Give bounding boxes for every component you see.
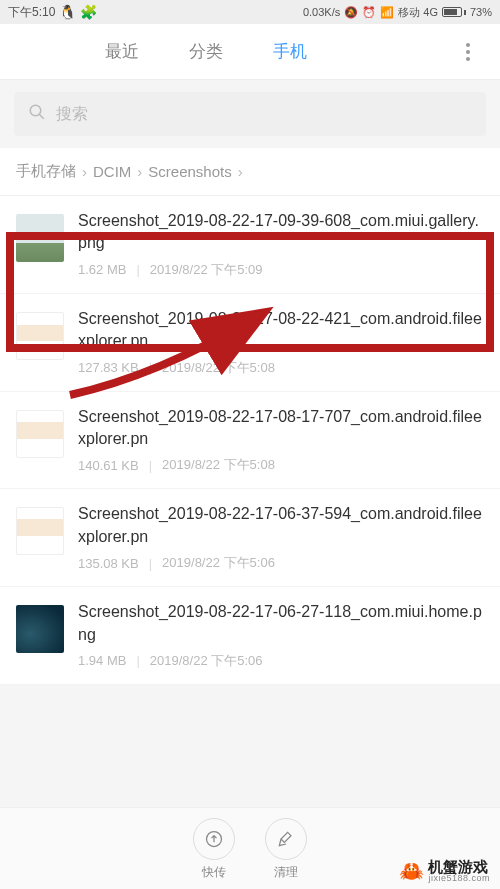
file-thumbnail bbox=[16, 410, 64, 458]
file-date: 2019/8/22 下午5:06 bbox=[162, 554, 275, 572]
tab-recent[interactable]: 最近 bbox=[105, 40, 139, 63]
file-size: 127.83 KB bbox=[78, 360, 139, 375]
app-icon-qq: 🐧 bbox=[59, 4, 76, 20]
tab-bar: 最近 分类 手机 bbox=[0, 24, 500, 80]
file-size: 1.94 MB bbox=[78, 653, 126, 668]
crab-icon: 🦀 bbox=[399, 859, 424, 883]
file-size: 135.08 KB bbox=[78, 556, 139, 571]
file-name: Screenshot_2019-08-22-17-06-37-594_com.a… bbox=[78, 503, 484, 548]
search-input[interactable]: 搜索 bbox=[14, 92, 486, 136]
crumb-screenshots[interactable]: Screenshots bbox=[148, 163, 231, 180]
share-button[interactable]: 快传 bbox=[193, 818, 235, 889]
file-size: 140.61 KB bbox=[78, 458, 139, 473]
file-name: Screenshot_2019-08-22-17-08-22-421_com.a… bbox=[78, 308, 484, 353]
file-name: Screenshot_2019-08-22-17-08-17-707_com.a… bbox=[78, 406, 484, 451]
alarm-icon: ⏰ bbox=[362, 6, 376, 19]
file-date: 2019/8/22 下午5:09 bbox=[150, 261, 263, 279]
crumb-root[interactable]: 手机存储 bbox=[16, 162, 76, 181]
net-speed: 0.03K/s bbox=[303, 6, 340, 18]
more-menu-icon[interactable] bbox=[456, 33, 480, 71]
file-meta: 135.08 KB|2019/8/22 下午5:06 bbox=[78, 554, 484, 572]
file-date: 2019/8/22 下午5:06 bbox=[150, 652, 263, 670]
watermark-name: 机蟹游戏 bbox=[428, 859, 490, 874]
meta-separator: | bbox=[149, 556, 152, 571]
svg-point-0 bbox=[30, 105, 41, 116]
file-info: Screenshot_2019-08-22-17-09-39-608_com.m… bbox=[78, 210, 484, 279]
file-name: Screenshot_2019-08-22-17-06-27-118_com.m… bbox=[78, 601, 484, 646]
svg-line-1 bbox=[39, 114, 44, 119]
watermark-url: jixie5188.com bbox=[428, 874, 490, 883]
broom-icon bbox=[265, 818, 307, 860]
file-meta: 127.83 KB|2019/8/22 下午5:08 bbox=[78, 359, 484, 377]
file-date: 2019/8/22 下午5:08 bbox=[162, 456, 275, 474]
file-thumbnail bbox=[16, 507, 64, 555]
status-bar: 下午5:10 🐧 🧩 0.03K/s 🔕 ⏰ 📶 移动 4G 73% bbox=[0, 0, 500, 24]
file-item[interactable]: Screenshot_2019-08-22-17-06-37-594_com.a… bbox=[0, 489, 500, 587]
search-icon bbox=[28, 103, 46, 125]
file-meta: 1.62 MB|2019/8/22 下午5:09 bbox=[78, 261, 484, 279]
file-list: Screenshot_2019-08-22-17-09-39-608_com.m… bbox=[0, 196, 500, 685]
clean-button[interactable]: 清理 bbox=[265, 818, 307, 889]
chevron-right-icon: › bbox=[137, 163, 142, 180]
file-size: 1.62 MB bbox=[78, 262, 126, 277]
file-thumbnail bbox=[16, 605, 64, 653]
chevron-right-icon: › bbox=[82, 163, 87, 180]
meta-separator: | bbox=[149, 458, 152, 473]
share-label: 快传 bbox=[202, 864, 226, 881]
app-icon-other: 🧩 bbox=[80, 4, 97, 20]
file-item[interactable]: Screenshot_2019-08-22-17-09-39-608_com.m… bbox=[0, 196, 500, 294]
file-date: 2019/8/22 下午5:08 bbox=[162, 359, 275, 377]
share-icon bbox=[193, 818, 235, 860]
search-placeholder: 搜索 bbox=[56, 104, 88, 125]
tab-category[interactable]: 分类 bbox=[189, 40, 223, 63]
file-item[interactable]: Screenshot_2019-08-22-17-08-22-421_com.a… bbox=[0, 294, 500, 392]
watermark: 🦀 机蟹游戏 jixie5188.com bbox=[399, 859, 490, 883]
file-item[interactable]: Screenshot_2019-08-22-17-06-27-118_com.m… bbox=[0, 587, 500, 685]
file-info: Screenshot_2019-08-22-17-06-37-594_com.a… bbox=[78, 503, 484, 572]
file-info: Screenshot_2019-08-22-17-08-17-707_com.a… bbox=[78, 406, 484, 475]
battery-pct: 73% bbox=[470, 6, 492, 18]
signal-icon: 📶 bbox=[380, 6, 394, 19]
clean-label: 清理 bbox=[274, 864, 298, 881]
file-info: Screenshot_2019-08-22-17-06-27-118_com.m… bbox=[78, 601, 484, 670]
file-thumbnail bbox=[16, 214, 64, 262]
carrier-label: 移动 4G bbox=[398, 5, 438, 20]
file-thumbnail bbox=[16, 312, 64, 360]
meta-separator: | bbox=[149, 360, 152, 375]
file-item[interactable]: Screenshot_2019-08-22-17-08-17-707_com.a… bbox=[0, 392, 500, 490]
battery-icon bbox=[442, 7, 466, 17]
file-meta: 140.61 KB|2019/8/22 下午5:08 bbox=[78, 456, 484, 474]
mute-icon: 🔕 bbox=[344, 6, 358, 19]
file-meta: 1.94 MB|2019/8/22 下午5:06 bbox=[78, 652, 484, 670]
meta-separator: | bbox=[136, 653, 139, 668]
breadcrumb[interactable]: 手机存储 › DCIM › Screenshots › bbox=[0, 148, 500, 196]
status-time: 下午5:10 bbox=[8, 4, 55, 21]
chevron-right-icon: › bbox=[238, 163, 243, 180]
meta-separator: | bbox=[136, 262, 139, 277]
crumb-dcim[interactable]: DCIM bbox=[93, 163, 131, 180]
tab-phone[interactable]: 手机 bbox=[273, 40, 307, 63]
file-name: Screenshot_2019-08-22-17-09-39-608_com.m… bbox=[78, 210, 484, 255]
file-info: Screenshot_2019-08-22-17-08-22-421_com.a… bbox=[78, 308, 484, 377]
